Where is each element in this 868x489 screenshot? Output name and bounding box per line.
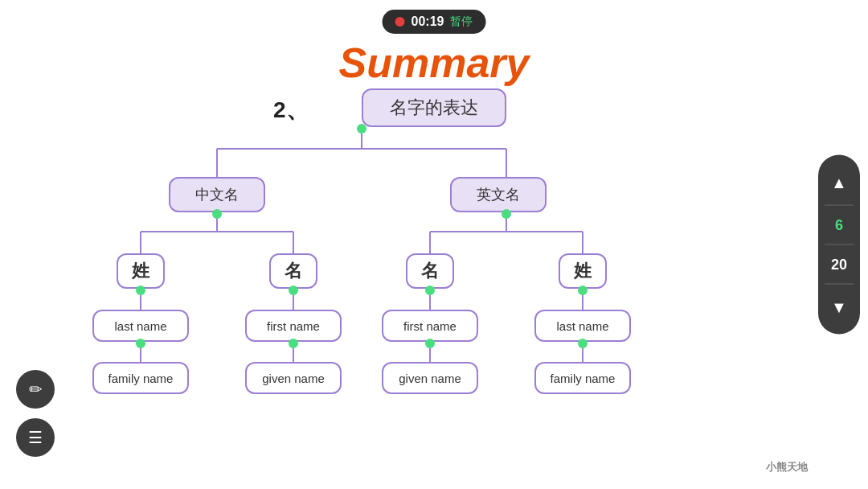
- dot-zh: [212, 209, 222, 219]
- en-right-word2: family name: [534, 362, 631, 394]
- zh-left-word2: family name: [92, 362, 189, 394]
- dot-root: [357, 124, 366, 134]
- dot-zh-left-char: [136, 286, 145, 295]
- sidebar-current-page: 6: [818, 209, 860, 241]
- watermark: 小熊天地: [766, 460, 808, 475]
- number-label: 2、: [273, 95, 309, 125]
- recording-bar: 00:19 暂停: [383, 10, 486, 34]
- dot-en-left-word1: [425, 339, 435, 348]
- root-node: 名字的表达: [362, 88, 506, 127]
- rec-time: 00:19: [411, 14, 444, 29]
- en-left-char: 名: [406, 253, 454, 289]
- left-toolbar: ✏ ☰: [16, 370, 55, 457]
- sidebar-divider-bot: [825, 284, 854, 285]
- dot-zh-right-word1: [289, 339, 298, 348]
- sidebar-up-button[interactable]: ▲: [818, 163, 860, 202]
- dot-en-right-char: [578, 286, 588, 295]
- en-left-word1: first name: [382, 310, 478, 342]
- title-summary: Summary: [339, 39, 530, 87]
- zh-node: 中文名: [169, 177, 265, 212]
- zh-left-word1: last name: [92, 310, 189, 342]
- sidebar-down-button[interactable]: ▼: [818, 288, 860, 327]
- en-node: 英文名: [450, 177, 547, 212]
- edit-icon: ✏: [29, 380, 43, 399]
- edit-button[interactable]: ✏: [16, 370, 55, 409]
- sidebar-total-pages: 20: [818, 249, 860, 281]
- doc-icon: ☰: [28, 428, 43, 447]
- pause-button[interactable]: 暂停: [450, 14, 473, 29]
- sidebar-divider-top: [825, 205, 854, 206]
- zh-right-word2: given name: [245, 362, 342, 394]
- dot-en-left-char: [425, 286, 435, 295]
- down-icon: ▼: [831, 298, 847, 316]
- doc-button[interactable]: ☰: [16, 418, 55, 457]
- en-left-word2: given name: [382, 362, 478, 394]
- zh-right-word1: first name: [245, 310, 342, 342]
- up-icon: ▲: [831, 173, 847, 191]
- dot-en: [502, 209, 511, 219]
- dot-zh-left-word1: [136, 339, 145, 348]
- rec-dot: [395, 17, 405, 27]
- sidebar-divider-mid: [825, 244, 854, 245]
- en-right-char: 姓: [559, 253, 607, 289]
- zh-right-char: 名: [269, 253, 317, 289]
- zh-left-char: 姓: [117, 253, 165, 289]
- dot-zh-right-char: [289, 286, 298, 295]
- sidebar: ▲ 6 20 ▼: [818, 155, 860, 335]
- dot-en-right-word1: [578, 339, 588, 348]
- en-right-word1: last name: [534, 310, 631, 342]
